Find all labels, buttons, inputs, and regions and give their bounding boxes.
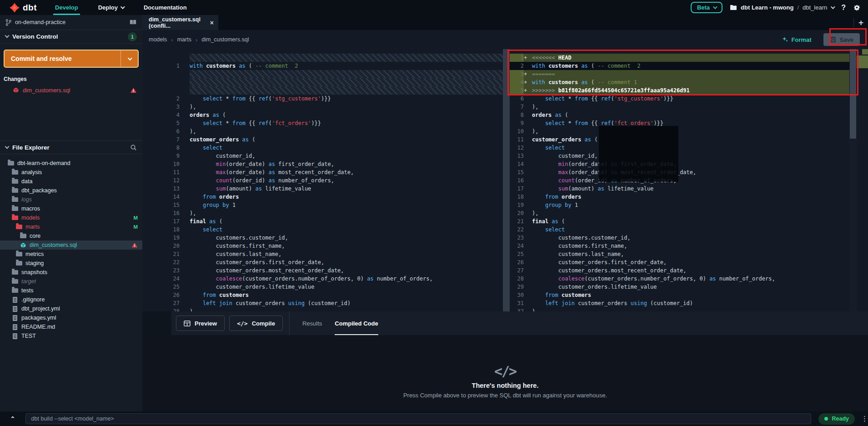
dbt-logo[interactable]: dbt bbox=[0, 2, 45, 13]
tree-item-macros[interactable]: macros bbox=[0, 204, 142, 213]
code-line[interactable]: 4+with customers as ( -- comment 1 bbox=[510, 78, 849, 86]
tree-item-logs[interactable]: logs bbox=[0, 195, 142, 204]
tree-item-marts[interactable]: martsM bbox=[0, 222, 142, 231]
code-line[interactable]: 18 select bbox=[142, 226, 503, 234]
tree-item-core[interactable]: core bbox=[0, 231, 142, 241]
code-line[interactable]: 31 left join customer_orders using (cust… bbox=[510, 299, 849, 307]
commit-and-resolve-button[interactable]: Commit and resolve bbox=[4, 50, 139, 68]
file-explorer-header[interactable]: File Explorer bbox=[0, 140, 142, 154]
code-line[interactable]: 20), bbox=[510, 209, 849, 217]
code-line[interactable]: 28) bbox=[142, 307, 503, 311]
code-line[interactable]: 5 select * from {{ ref('fct_orders')}} bbox=[142, 119, 503, 127]
tree-item-dbt-packages[interactable]: dbt_packages bbox=[0, 186, 142, 195]
code-line[interactable]: 13 customer_id, bbox=[510, 152, 849, 160]
scrollbar-thumb[interactable] bbox=[850, 49, 856, 139]
code-line[interactable]: 25 customer_orders.lifetime_value bbox=[142, 283, 503, 291]
nav-item-documentation[interactable]: Documentation bbox=[134, 0, 197, 15]
tree-item-tests[interactable]: tests bbox=[0, 286, 142, 295]
changed-file-item[interactable]: dim_customers.sql bbox=[13, 87, 142, 94]
code-line[interactable]: 11 max(order_date) as most_recent_order_… bbox=[142, 168, 503, 176]
editor-pane-current[interactable]: 1with customers as ( -- comment 22 selec… bbox=[142, 49, 503, 311]
code-line[interactable]: 10), bbox=[510, 127, 849, 135]
code-line[interactable]: 8orders as ( bbox=[510, 111, 849, 119]
code-line[interactable]: 28 coalesce(customer_orders.number_of_or… bbox=[510, 275, 849, 283]
nav-item-deploy[interactable]: Deploy bbox=[88, 0, 134, 15]
scrollbar[interactable] bbox=[849, 49, 857, 311]
tree-item-dbt-project-yml[interactable]: dbt_project.yml bbox=[0, 304, 142, 313]
new-tab-button[interactable]: + bbox=[858, 18, 863, 28]
code-line[interactable]: 15 max(order_date) as most_recent_order_… bbox=[510, 168, 849, 176]
version-control-header[interactable]: Version Control 1 bbox=[0, 30, 142, 44]
code-line[interactable]: 21 customers.last_name, bbox=[142, 250, 503, 258]
code-line[interactable]: 17final as ( bbox=[142, 217, 503, 226]
code-line[interactable]: 6), bbox=[142, 127, 503, 135]
code-line[interactable]: 6 select * from {{ ref('stg_customers')}… bbox=[510, 95, 849, 103]
branch-row[interactable]: on-demand-practice bbox=[0, 15, 142, 30]
nav-item-develop[interactable]: Develop bbox=[45, 0, 88, 15]
code-line[interactable]: 27 left join customer_orders using (cust… bbox=[142, 299, 503, 307]
code-line[interactable]: 3), bbox=[142, 103, 503, 111]
code-line[interactable]: 3+======= bbox=[510, 70, 849, 78]
code-line[interactable]: 9 select * from {{ ref('fct_orders')}} bbox=[510, 119, 849, 127]
code-line[interactable]: 22 customer_orders.first_order_date, bbox=[142, 258, 503, 266]
gear-icon[interactable] bbox=[853, 4, 861, 11]
code-line[interactable]: 26 customer_orders.first_order_date, bbox=[510, 258, 849, 266]
compile-button[interactable]: </> Compile bbox=[229, 316, 283, 331]
command-input[interactable]: dbt build --select <model_name> bbox=[25, 413, 812, 424]
preview-button[interactable]: Preview bbox=[176, 316, 225, 331]
kebab-menu-icon[interactable]: ⋮ bbox=[861, 415, 868, 423]
code-line[interactable]: 24 customers.first_name, bbox=[510, 242, 849, 250]
code-line[interactable]: 8 select bbox=[142, 144, 503, 152]
code-line[interactable]: 17 sum(amount) as lifetime_value bbox=[510, 185, 849, 193]
code-line[interactable]: 18 from orders bbox=[510, 193, 849, 201]
pane-divider[interactable] bbox=[503, 49, 510, 311]
code-line[interactable]: 21final as ( bbox=[510, 217, 849, 226]
code-line[interactable]: 16 count(order_id) as number_of_orders, bbox=[510, 176, 849, 185]
code-line[interactable]: 20 customers.first_name, bbox=[142, 242, 503, 250]
code-line[interactable]: 4orders as ( bbox=[142, 111, 503, 119]
code-editor[interactable]: 1with customers as ( -- comment 22 selec… bbox=[142, 49, 868, 311]
tree-item-data[interactable]: data bbox=[0, 177, 142, 186]
code-line[interactable]: 7), bbox=[510, 103, 849, 111]
tree-item-test[interactable]: TEST bbox=[0, 331, 142, 341]
save-button[interactable]: Save bbox=[823, 33, 860, 46]
code-line[interactable]: 14 min(order_date) as first_order_date, bbox=[510, 160, 849, 168]
code-line[interactable]: 25 customers.last_name, bbox=[510, 250, 849, 258]
code-line[interactable]: 26 from customers bbox=[142, 291, 503, 299]
code-line[interactable]: 23 customers.customer_id, bbox=[510, 234, 849, 242]
code-line[interactable]: 11customer_orders as ( bbox=[510, 135, 849, 144]
code-line[interactable]: 1+<<<<<<< HEAD bbox=[510, 54, 849, 62]
book-icon[interactable] bbox=[129, 19, 137, 25]
tree-item-packages-yml[interactable]: packages.yml bbox=[0, 313, 142, 322]
tree-item-staging[interactable]: staging bbox=[0, 259, 142, 268]
tree-item-dbt-learn-on-demand[interactable]: dbt-learn-on-demand bbox=[0, 159, 142, 168]
code-line[interactable]: 2 select * from {{ ref('stg_customers')}… bbox=[142, 95, 503, 103]
code-line[interactable]: 27 customer_orders.most_recent_order_dat… bbox=[510, 266, 849, 275]
chevron-up-icon[interactable]: ⌃ bbox=[0, 415, 25, 422]
beta-button[interactable]: Beta bbox=[691, 2, 722, 13]
collapsed-diff-region[interactable] bbox=[142, 78, 503, 86]
collapsed-diff-region[interactable] bbox=[142, 70, 503, 78]
editor-pane-incoming[interactable]: 1+<<<<<<< HEAD2with customers as ( -- co… bbox=[510, 49, 849, 311]
code-line[interactable]: 12 count(order_id) as number_of_orders, bbox=[142, 176, 503, 185]
code-line[interactable]: 29 customer_orders.lifetime_value bbox=[510, 283, 849, 291]
code-line[interactable]: 1with customers as ( -- comment 2 bbox=[142, 62, 503, 70]
code-line[interactable]: 30 from customers bbox=[510, 291, 849, 299]
commit-dropdown-toggle[interactable] bbox=[120, 50, 138, 67]
tab-results[interactable]: Results bbox=[302, 311, 322, 335]
code-line[interactable]: 19 customers.customer_id, bbox=[142, 234, 503, 242]
search-icon[interactable] bbox=[130, 144, 137, 151]
collapsed-diff-region[interactable] bbox=[142, 86, 503, 95]
code-line[interactable]: 10 min(order_date) as first_order_date, bbox=[142, 160, 503, 168]
tree-item-metrics[interactable]: metrics bbox=[0, 250, 142, 259]
code-line[interactable]: 23 customer_orders.most_recent_order_dat… bbox=[142, 266, 503, 275]
help-icon[interactable]: ? bbox=[841, 4, 846, 12]
code-line[interactable]: 19 group by 1 bbox=[510, 201, 849, 209]
code-line[interactable]: 7customer_orders as ( bbox=[142, 135, 503, 144]
collapsed-diff-region[interactable] bbox=[142, 54, 503, 62]
tree-item-target[interactable]: target bbox=[0, 277, 142, 286]
tab-compiled-code[interactable]: Compiled Code bbox=[335, 311, 378, 335]
close-icon[interactable]: × bbox=[210, 19, 214, 26]
format-button[interactable]: Format bbox=[782, 36, 812, 43]
code-line[interactable]: 15 group by 1 bbox=[142, 201, 503, 209]
